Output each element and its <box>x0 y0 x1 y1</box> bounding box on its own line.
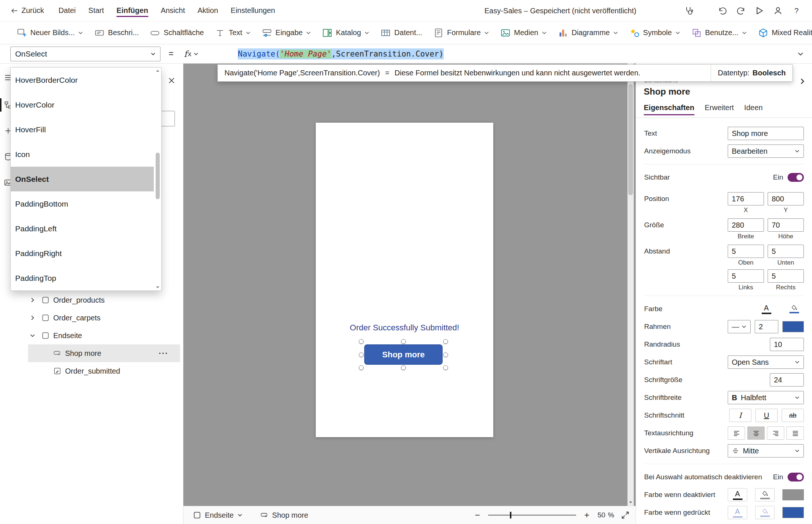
ribbon-new-screen[interactable]: Neuer Bilds... <box>11 28 89 38</box>
ribbon-charts[interactable]: Diagramme <box>552 28 624 38</box>
menu-aktion[interactable]: Aktion <box>191 6 224 15</box>
resize-handle-nw[interactable] <box>359 339 364 344</box>
formula-input[interactable]: Navigate('Home Page',ScreenTransition.Co… <box>210 41 443 67</box>
border-radius-input[interactable]: 10 <box>770 338 804 351</box>
dropdown-item-hovercolor[interactable]: HoverColor <box>11 92 161 117</box>
pressed-font-color-button[interactable]: A <box>728 506 747 519</box>
share-person-icon[interactable] <box>774 6 782 15</box>
resize-handle-ne[interactable] <box>443 339 448 344</box>
canvas-scrollbar[interactable] <box>627 64 634 506</box>
tab-eigenschaften[interactable]: Eigenschaften <box>644 103 694 115</box>
ribbon-datatable[interactable]: Datent... <box>375 28 428 38</box>
position-y-input[interactable]: 800 <box>768 192 804 205</box>
padding-top-input[interactable]: 5 <box>728 245 764 258</box>
fx-button[interactable]: fx <box>184 49 199 59</box>
ribbon-mixed-reality[interactable]: Mixed Reality <box>752 28 812 38</box>
ribbon-custom[interactable]: Benutze... <box>686 28 752 38</box>
ribbon-forms[interactable]: Formulare <box>428 28 495 38</box>
menu-einfuegen[interactable]: Einfügen <box>110 6 155 15</box>
ribbon-text[interactable]: Text <box>209 28 256 38</box>
fullscreen-icon[interactable] <box>621 511 630 520</box>
ribbon-button[interactable]: Schaltfläche <box>144 28 209 38</box>
app-screen-canvas[interactable]: Order Successfully Submitted! Shop more <box>316 123 493 437</box>
font-weight-dropdown[interactable]: B Halbfett <box>728 391 804 404</box>
dropdown-item-hoverbordercolor[interactable]: HoverBorderColor <box>11 68 161 92</box>
redo-icon[interactable] <box>737 6 745 15</box>
undo-icon[interactable] <box>718 6 727 15</box>
font-color-button[interactable]: A <box>757 302 776 316</box>
pressed-color-swatch[interactable] <box>782 507 804 518</box>
text-input[interactable]: Shop more <box>728 127 804 140</box>
dropdown-item-hoverfill[interactable]: HoverFill <box>11 117 161 142</box>
width-input[interactable]: 280 <box>728 218 764 232</box>
chevron-down-icon[interactable] <box>30 333 35 338</box>
font-size-input[interactable]: 24 <box>770 373 804 387</box>
chevron-right-icon[interactable] <box>30 297 35 303</box>
resize-handle-s[interactable] <box>401 365 406 370</box>
resize-handle-n[interactable] <box>401 339 406 344</box>
padding-right-input[interactable]: 5 <box>768 269 804 283</box>
menu-ansicht[interactable]: Ansicht <box>155 6 192 15</box>
align-justify-button[interactable] <box>786 426 804 440</box>
menu-datei[interactable]: Datei <box>52 6 82 15</box>
close-panel-button[interactable] <box>166 75 177 86</box>
selected-control-indicator[interactable]: Shop more <box>260 511 308 520</box>
ribbon-label[interactable]: Beschri... <box>89 28 144 38</box>
slider-thumb[interactable] <box>510 512 511 518</box>
formula-expand-icon[interactable] <box>797 51 804 57</box>
vertical-align-dropdown[interactable]: Mitte <box>728 444 804 457</box>
screen-selector[interactable]: Endseite <box>193 511 243 520</box>
disabled-font-color-button[interactable]: A <box>728 488 747 501</box>
tree-item-order-submitted[interactable]: Order_submitted <box>0 362 181 380</box>
resize-handle-sw[interactable] <box>359 365 364 370</box>
padding-bottom-input[interactable]: 5 <box>768 245 804 258</box>
scroll-down-icon[interactable] <box>155 285 160 290</box>
font-family-dropdown[interactable]: Open Sans <box>728 355 804 369</box>
border-width-input[interactable]: 2 <box>755 320 778 333</box>
padding-left-input[interactable]: 5 <box>728 269 764 283</box>
tree-item-order-products[interactable]: Order_products <box>0 291 181 309</box>
play-preview-icon[interactable] <box>755 6 764 15</box>
tab-erweitert[interactable]: Erweitert <box>705 103 734 115</box>
ribbon-gallery[interactable]: Katalog <box>317 28 375 38</box>
chevron-right-icon[interactable] <box>30 315 35 321</box>
dropdown-item-paddingtop[interactable]: PaddingTop <box>11 266 161 290</box>
tab-ideen[interactable]: Ideen <box>744 103 763 115</box>
dropdown-item-paddingright[interactable]: PaddingRight <box>11 241 161 266</box>
resize-handle-w[interactable] <box>359 352 364 357</box>
border-color-swatch[interactable] <box>782 321 804 332</box>
zoom-slider[interactable] <box>488 511 576 519</box>
disabled-fill-color-button[interactable] <box>755 488 775 501</box>
italic-button[interactable]: I <box>729 409 751 422</box>
scroll-down-icon[interactable] <box>628 500 633 505</box>
menu-einstellungen[interactable]: Einstellungen <box>224 6 281 15</box>
align-right-button[interactable] <box>767 426 784 440</box>
resize-handle-e[interactable] <box>443 352 448 357</box>
menu-start[interactable]: Start <box>82 6 110 15</box>
position-x-input[interactable]: 176 <box>728 192 764 205</box>
border-style-dropdown[interactable]: — <box>728 320 751 333</box>
fill-color-button[interactable] <box>784 302 804 316</box>
pressed-fill-color-button[interactable] <box>755 506 775 519</box>
disabled-color-swatch[interactable] <box>782 489 804 500</box>
ribbon-media[interactable]: Medien <box>495 28 552 38</box>
zoom-in-button[interactable]: + <box>583 510 591 520</box>
display-mode-dropdown[interactable]: Bearbeiten <box>728 144 804 158</box>
dropdown-item-paddingleft[interactable]: PaddingLeft <box>11 216 161 241</box>
height-input[interactable]: 70 <box>768 218 804 232</box>
strikethrough-button[interactable]: ab <box>782 409 804 422</box>
dropdown-scrollbar[interactable] <box>155 68 160 290</box>
help-button[interactable]: ? <box>792 7 801 15</box>
zoom-out-button[interactable]: − <box>473 510 481 520</box>
ribbon-icons[interactable]: Symbole <box>624 28 686 38</box>
auto-disable-toggle[interactable] <box>788 473 804 482</box>
dropdown-item-onselect[interactable]: OnSelect <box>11 167 154 191</box>
scrollbar-thumb[interactable] <box>628 84 633 195</box>
collapse-panel-icon[interactable] <box>799 78 806 85</box>
dropdown-item-icon[interactable]: Icon <box>11 142 161 167</box>
tree-item-endseite[interactable]: Endseite <box>0 327 181 344</box>
back-button[interactable]: Zurück <box>0 6 52 15</box>
canvas-label[interactable]: Order Successfully Submitted! <box>316 323 493 333</box>
more-options-icon[interactable] <box>159 351 168 355</box>
visible-toggle[interactable] <box>788 173 804 182</box>
